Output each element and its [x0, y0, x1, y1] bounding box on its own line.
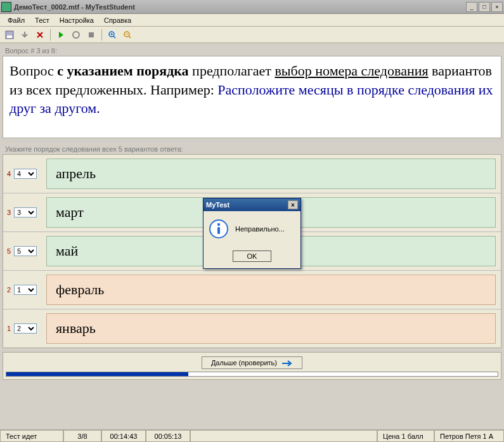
down-icon[interactable] [18, 28, 32, 42]
window-title: ДемоТест_0002.mtf - MyTestStudent [14, 3, 465, 11]
answer-row: 12январь [3, 309, 501, 348]
row-select-wrap: 2 [12, 323, 39, 334]
order-select[interactable]: 1 [14, 285, 37, 295]
question-counter: Вопрос # 3 из 8: [3, 46, 501, 56]
row-number: 5 [3, 247, 12, 255]
question-part: предполагает [189, 63, 275, 79]
question-part: Вопрос [10, 63, 57, 79]
answer-row: 21февраль [3, 271, 501, 309]
order-select[interactable]: 4 [14, 169, 37, 179]
menu-file[interactable]: Файл [3, 15, 30, 25]
row-number: 2 [3, 286, 12, 294]
row-number: 3 [3, 209, 12, 216]
app-icon [1, 2, 11, 12]
maximize-button[interactable]: □ [479, 2, 490, 12]
dialog-title: MyTest [206, 201, 229, 209]
status-time1: 00:14:43 [101, 430, 146, 442]
play-icon[interactable] [54, 28, 68, 42]
order-select[interactable]: 2 [14, 323, 37, 334]
svg-rect-3 [89, 32, 94, 37]
save-icon[interactable] [3, 28, 16, 42]
answer-text[interactable]: февраль [46, 275, 496, 305]
answer-row: 44апрель [3, 155, 501, 193]
row-select-wrap: 5 [12, 246, 39, 256]
svg-rect-8 [217, 227, 220, 234]
question-underline: выбор номера следования [275, 63, 428, 79]
status-bar: Тест идет 3/8 00:14:43 00:05:13 Цена 1 б… [0, 429, 504, 442]
svg-rect-1 [7, 36, 12, 38]
status-user: Петров Петя 1 А [434, 430, 504, 442]
toolbar [0, 27, 504, 43]
question-bold: с указанием порядка [57, 63, 188, 79]
menu-settings[interactable]: Настройка [55, 15, 99, 25]
row-select-wrap: 4 [12, 169, 39, 179]
dialog-message: Неправильно... [235, 225, 285, 233]
menu-help[interactable]: Справка [99, 15, 136, 25]
progress-area: Дальше (проверить) [3, 352, 501, 380]
record-icon[interactable] [69, 28, 83, 42]
order-select[interactable]: 5 [14, 246, 37, 256]
progress-bar [6, 372, 498, 377]
close-button[interactable]: × [491, 2, 503, 12]
row-number: 1 [3, 325, 12, 332]
progress-fill [6, 372, 188, 376]
status-time2: 00:05:13 [146, 430, 190, 442]
row-select-wrap: 3 [12, 207, 39, 218]
order-select[interactable]: 3 [14, 207, 37, 218]
instruction-label: Укажите порядок следования всех 5 вариан… [3, 141, 501, 154]
dialog: MyTest × Неправильно... OK [203, 198, 301, 269]
status-spacer [190, 430, 377, 442]
stop-icon[interactable] [84, 28, 98, 42]
next-button[interactable]: Дальше (проверить) [202, 356, 302, 369]
info-icon [209, 219, 229, 239]
menu-bar: Файл Тест Настройка Справка [0, 14, 504, 27]
arrow-right-icon [281, 360, 293, 367]
separator [101, 29, 102, 41]
dialog-body: Неправильно... [204, 211, 300, 247]
zoom-in-icon[interactable] [105, 28, 119, 42]
status-progress: 3/8 [63, 430, 101, 442]
answer-text[interactable]: январь [46, 313, 496, 344]
title-bar: ДемоТест_0002.mtf - MyTestStudent _ □ × [0, 0, 504, 14]
svg-point-2 [73, 32, 79, 38]
next-button-label: Дальше (проверить) [211, 359, 277, 367]
dialog-close-button[interactable]: × [288, 200, 298, 209]
question-text: Вопрос с указанием порядка предполагает … [3, 56, 501, 138]
dialog-footer: OK [204, 247, 300, 268]
menu-test[interactable]: Тест [30, 15, 55, 25]
zoom-out-icon[interactable] [120, 28, 134, 42]
row-select-wrap: 1 [12, 285, 39, 295]
row-number: 4 [3, 170, 12, 178]
status-price: Цена 1 балл [377, 430, 434, 442]
svg-point-7 [217, 223, 220, 226]
separator [50, 29, 51, 41]
cancel-icon[interactable] [33, 28, 47, 42]
dialog-ok-button[interactable]: OK [233, 250, 272, 262]
minimize-button[interactable]: _ [466, 2, 477, 12]
answer-text[interactable]: апрель [46, 159, 496, 189]
dialog-titlebar[interactable]: MyTest × [204, 198, 300, 211]
status-state: Тест идет [0, 430, 63, 442]
